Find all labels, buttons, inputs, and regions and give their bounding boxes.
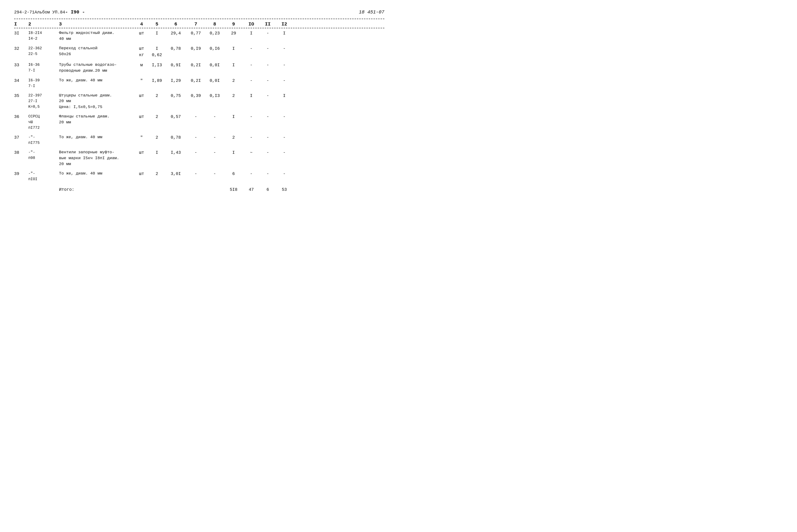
- row-col9: I: [224, 150, 243, 156]
- row-col12: -: [276, 171, 293, 177]
- row-col11: -: [260, 114, 276, 120]
- row-col5: I: [149, 150, 165, 156]
- row-col6: I,43: [165, 150, 186, 156]
- row-col6: 0,9I: [165, 62, 186, 69]
- row-col12: -: [276, 45, 293, 52]
- row-col8: -: [205, 171, 224, 177]
- row-unit: ": [134, 134, 149, 141]
- row-col8: 0,0I: [205, 78, 224, 84]
- row-col12: -: [276, 134, 293, 141]
- row-col7: 0,77: [186, 30, 205, 37]
- row-col5: I,I3: [149, 62, 165, 69]
- row-desc: Фланцы стальные диам. 20 мм: [59, 114, 134, 125]
- col-header-1: I: [14, 21, 28, 27]
- row-num: 33: [14, 62, 28, 69]
- row-code: -"- пI775: [28, 134, 59, 146]
- col-header-6: 6: [165, 21, 186, 27]
- row-col12: -: [276, 62, 293, 69]
- total-col12: 53: [276, 187, 293, 192]
- row-col12: I: [276, 93, 293, 99]
- row-col8: 0,23: [205, 30, 224, 37]
- row-code: ССРСЦ чШ пI772: [28, 114, 59, 131]
- table-row: 33 I6-36 7-I Трубы стальные водогазо- пр…: [14, 60, 384, 75]
- row-col5: 2: [149, 114, 165, 120]
- row-unit: шт кг: [134, 45, 149, 58]
- table-row: 37 -"- пI775 То же, диам. 40 мм " 2 0,78…: [14, 133, 384, 148]
- row-code: -"- пIOI: [28, 171, 59, 182]
- row-unit: м: [134, 62, 149, 69]
- row-col11: -: [260, 78, 276, 84]
- row-col8: -: [205, 134, 224, 141]
- row-desc: Штуцеры стальные диам. 20 мм Цена: I,5х0…: [59, 93, 134, 110]
- row-code: 22-362 22-5: [28, 45, 59, 57]
- row-num: 3I: [14, 30, 28, 37]
- table-body: 3I I8-2I4 I4-2 Фильтр жидкостный диам. 4…: [14, 28, 384, 184]
- table-row: 35 22-397 27-I K=0,5 Штуцеры стальные ди…: [14, 91, 384, 112]
- row-num: 38: [14, 150, 28, 156]
- row-col8: -: [205, 114, 224, 120]
- header-divider: [14, 19, 384, 19]
- row-desc: Трубы стальные водогазо- проводные диам.…: [59, 62, 134, 74]
- row-col11: -: [260, 171, 276, 177]
- doc-id: 18 451-07: [359, 10, 384, 15]
- row-col6: I,29: [165, 78, 186, 84]
- row-col12: -: [276, 78, 293, 84]
- row-unit: шт: [134, 171, 149, 177]
- table-row: 34 I6-39 7-I То же, диам. 40 мм " I,89 I…: [14, 76, 384, 91]
- row-num: 32: [14, 45, 28, 52]
- row-col5: 2: [149, 171, 165, 177]
- row-col7: -: [186, 134, 205, 141]
- col-header-3: 3: [59, 21, 134, 27]
- column-headers: I 2 3 4 5 6 7 8 9 IO II I2: [14, 20, 384, 28]
- row-col8: 0,I6: [205, 45, 224, 52]
- row-unit: шт: [134, 93, 149, 99]
- row-col9: 2: [224, 78, 243, 84]
- row-num: 36: [14, 114, 28, 120]
- row-code: I8-2I4 I4-2: [28, 30, 59, 41]
- album-label: Альбом УП.84: [34, 10, 65, 15]
- row-unit: шт: [134, 150, 149, 156]
- row-col8: 0,I3: [205, 93, 224, 99]
- col-header-4: 4: [134, 21, 149, 27]
- row-col7: 0,2I: [186, 62, 205, 69]
- doc-number: 294-2-71: [14, 10, 34, 15]
- row-col10: -: [243, 78, 260, 84]
- row-desc: Вентили запорные муфто- вые марки I5кч I…: [59, 150, 134, 167]
- total-col9: 5I8: [224, 187, 243, 192]
- row-num: 34: [14, 78, 28, 84]
- page-number: - I90 -: [65, 10, 85, 15]
- row-col11: -: [260, 150, 276, 156]
- row-col9: 2: [224, 93, 243, 99]
- table-row: 39 -"- пIOI То же, диам. 40 мм шт 2 3,0I…: [14, 169, 384, 184]
- total-text: Итого:: [59, 187, 74, 192]
- row-col7: -: [186, 171, 205, 177]
- row-col7: 0,2I: [186, 78, 205, 84]
- row-code: I6-36 7-I: [28, 62, 59, 73]
- row-col12: I: [276, 30, 293, 37]
- row-col6: 0,78: [165, 134, 186, 141]
- row-col6: 0,75: [165, 93, 186, 99]
- row-desc: То же, диам. 40 мм: [59, 171, 134, 177]
- row-col10: -: [243, 114, 260, 120]
- col-header-9: 9: [224, 21, 243, 27]
- row-col10: ~: [243, 150, 260, 156]
- table-row: 3I I8-2I4 I4-2 Фильтр жидкостный диам. 4…: [14, 28, 384, 44]
- row-col11: -: [260, 30, 276, 37]
- row-col9: I: [224, 45, 243, 52]
- row-num: 39: [14, 171, 28, 177]
- row-col11: -: [260, 134, 276, 141]
- row-col11: -: [260, 93, 276, 99]
- row-col7: 0,39: [186, 93, 205, 99]
- row-col5: I 0,62: [149, 45, 165, 58]
- row-col5: I,89: [149, 78, 165, 84]
- col-header-7: 7: [186, 21, 205, 27]
- row-col9: 29: [224, 30, 243, 37]
- row-col9: I: [224, 62, 243, 69]
- row-col7: 0,I9: [186, 45, 205, 52]
- col-header-2: 2: [28, 21, 59, 27]
- col-header-8: 8: [205, 21, 224, 27]
- row-code: -"- п98: [28, 150, 59, 161]
- page-header: 294-2-71 Альбом УП.84 - I90 - 18 451-07: [14, 10, 384, 16]
- row-col6: 0,57: [165, 114, 186, 120]
- row-col8: -: [205, 150, 224, 156]
